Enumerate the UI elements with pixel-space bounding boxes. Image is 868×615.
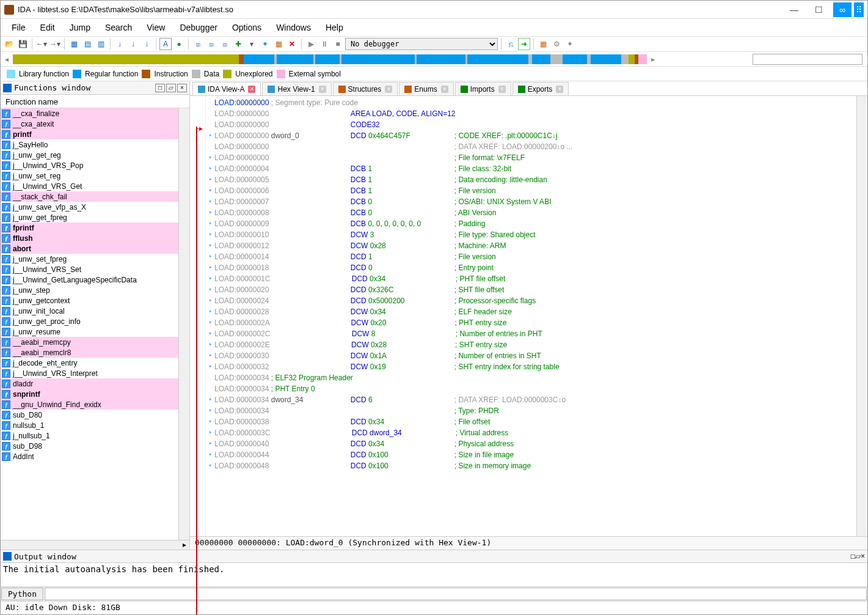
scrollbar[interactable] [856, 96, 867, 536]
disasm-line[interactable]: LOAD:00000034 ; PHT Entry 0 [206, 383, 856, 394]
breakpoint-dot[interactable]: • [206, 460, 214, 471]
breakpoint-dot[interactable]: • [206, 240, 214, 251]
breakpoint-dot[interactable]: • [206, 438, 214, 449]
disasm-line[interactable]: •LOAD:00000048 DCD 0x100; Size in memory… [206, 460, 856, 471]
tool-icon[interactable]: ⎄ [219, 38, 231, 50]
function-row[interactable]: fsub_D98 [1, 441, 178, 451]
function-row[interactable]: f__gnu_Unwind_Find_exidx [1, 399, 178, 410]
tool-icon[interactable]: ➜ [518, 38, 530, 50]
tool-icon[interactable]: ▥ [95, 38, 107, 50]
panel-max-button[interactable]: ▱ [855, 552, 861, 561]
menu-help[interactable]: Help [318, 20, 351, 35]
python-input[interactable] [45, 587, 867, 600]
disasm-line[interactable]: •LOAD:00000028 DCW 0x34; ELF header size [206, 306, 856, 317]
tool-icon[interactable]: ↓ [114, 38, 126, 50]
disasm-line[interactable]: LOAD:00000000 ; DATA XREF: LOAD:00000200… [206, 141, 856, 152]
function-row[interactable]: f__cxa_finalize [1, 108, 178, 119]
breakpoint-dot[interactable]: • [206, 427, 214, 438]
function-row[interactable]: fj__Unwind_GetLanguageSpecificData [1, 274, 178, 285]
panel-max-button[interactable]: ▱ [166, 84, 176, 92]
tool-icon[interactable]: ⚙ [550, 38, 563, 50]
breakpoint-dot[interactable] [206, 108, 214, 119]
disasm-line[interactable]: LOAD:00000000 CODE32 [206, 119, 856, 130]
tool-icon[interactable]: ↓ [140, 38, 153, 50]
disasm-line[interactable]: •LOAD:0000003C DCD dword_34; Virtual add… [206, 427, 856, 438]
breakpoint-dot[interactable]: • [206, 295, 214, 306]
disasm-line[interactable]: •LOAD:00000010 DCW 3; File type: Shared … [206, 229, 856, 240]
function-row[interactable]: fsnprintf [1, 389, 178, 399]
close-icon[interactable]: × [498, 86, 506, 93]
function-row[interactable]: fj_unw_set_fpreg [1, 254, 178, 264]
menu-edit[interactable]: Edit [33, 20, 62, 35]
menu-debugger[interactable]: Debugger [172, 20, 225, 35]
breakpoint-dot[interactable]: • [206, 339, 214, 350]
function-row[interactable]: fj__Unwind_VRS_Interpret [1, 368, 178, 378]
breakpoint-dot[interactable]: • [206, 284, 214, 295]
tab[interactable]: Imports× [455, 82, 511, 95]
function-row[interactable]: fj_unw_set_reg [1, 171, 178, 181]
tool-icon[interactable]: ⎄ [192, 38, 204, 50]
fwd-icon[interactable]: →▾ [49, 38, 61, 50]
disasm-line[interactable]: •LOAD:00000008 DCB 0; ABI Version [206, 207, 856, 218]
close-icon[interactable]: × [556, 86, 563, 93]
close-icon[interactable]: × [441, 86, 448, 93]
function-row[interactable]: f__cxa_atexit [1, 119, 178, 129]
menu-windows[interactable]: Windows [269, 20, 318, 35]
function-row[interactable]: f__stack_chk_fail [1, 191, 178, 202]
disasm-line[interactable]: •LOAD:00000018 DCD 0; Entry point [206, 262, 856, 273]
cloud-button[interactable]: ∞ [833, 2, 852, 17]
function-row[interactable]: fsub_D80 [1, 410, 178, 420]
breakpoint-dot[interactable]: • [206, 196, 214, 207]
minimize-button[interactable]: — [782, 2, 806, 17]
save-icon[interactable]: 💾 [16, 38, 29, 50]
breakpoint-dot[interactable]: • [206, 416, 214, 427]
disasm-line[interactable]: •LOAD:0000002A DCW 0x20; PHT entry size [206, 317, 856, 328]
function-row[interactable]: fj_unw_step [1, 285, 178, 295]
menu-file[interactable]: File [4, 20, 33, 35]
breakpoint-dot[interactable]: • [206, 328, 214, 339]
function-row[interactable]: fprintf [1, 129, 178, 139]
aux-button[interactable]: ⠿ [854, 2, 864, 17]
breakpoint-dot[interactable] [206, 141, 214, 152]
disassembly-view[interactable]: LOAD:00000000 ; Segment type: Pure code … [206, 96, 856, 536]
tab[interactable]: Enums× [399, 82, 453, 95]
tool-icon[interactable]: ⎌ [505, 38, 517, 50]
function-row[interactable]: fj_unw_get_fpreg [1, 212, 178, 223]
star-icon[interactable]: ✦ [259, 38, 271, 50]
function-row[interactable]: fj__Unwind_VRS_Get [1, 181, 178, 191]
disasm-line[interactable]: •LOAD:00000009 DCB 0, 0, 0, 0, 0, 0, 0; … [206, 218, 856, 229]
disasm-line[interactable]: •LOAD:0000002C DCW 8; Number of entries … [206, 328, 856, 339]
disasm-line[interactable]: •LOAD:00000034 dword_34DCD 6; DATA XREF:… [206, 394, 856, 405]
pause-icon[interactable]: ⏸ [318, 38, 330, 50]
function-row[interactable]: fj_nullsub_1 [1, 430, 178, 441]
breakpoint-dot[interactable]: • [206, 449, 214, 460]
debugger-select[interactable]: No debugger [345, 38, 498, 50]
function-row[interactable]: fj__Unwind_VRS_Pop [1, 160, 178, 171]
menu-view[interactable]: View [139, 20, 172, 35]
disasm-line[interactable]: •LOAD:0000001C DCD 0x34; PHT file offset [206, 273, 856, 284]
breakpoint-dot[interactable]: • [206, 174, 214, 185]
disasm-line[interactable]: •LOAD:00000007 DCB 0; OS/ABI: UNIX Syste… [206, 196, 856, 207]
disasm-line[interactable]: •LOAD:00000024 DCD 0x5000200; Processor-… [206, 295, 856, 306]
function-row[interactable]: fabort [1, 243, 178, 254]
function-row[interactable]: fj_unw_get_reg [1, 150, 178, 160]
disasm-line[interactable]: •LOAD:00000032 DCW 0x19; SHT entry index… [206, 361, 856, 372]
panel-restore-button[interactable]: □ [155, 84, 165, 92]
disasm-line[interactable]: •LOAD:00000044 DCD 0x100; Size in file i… [206, 449, 856, 460]
nav-dropdown[interactable] [753, 54, 863, 65]
tab[interactable]: Hex View-1× [262, 82, 331, 95]
tab[interactable]: IDA View-A× [192, 82, 261, 95]
plus-icon[interactable]: ✚ [232, 38, 244, 50]
disasm-line[interactable]: •LOAD:00000014 DCD 1; File version [206, 251, 856, 262]
breakpoint-dot[interactable]: • [206, 361, 214, 372]
tool-icon[interactable]: ↓ [127, 38, 139, 50]
function-row[interactable]: fj_unw_get_proc_info [1, 316, 178, 326]
breakpoint-dot[interactable] [206, 97, 214, 108]
disasm-line[interactable]: •LOAD:00000006 DCB 1; File version [206, 185, 856, 196]
function-row[interactable]: fj_decode_eht_entry [1, 358, 178, 368]
nav-right-icon[interactable]: ▸ [647, 55, 659, 64]
breakpoint-dot[interactable] [206, 119, 214, 130]
breakpoint-dot[interactable]: • [206, 130, 214, 141]
menu-options[interactable]: Options [225, 20, 269, 35]
disasm-line[interactable]: •LOAD:00000030 DCW 0x1A; Number of entri… [206, 350, 856, 361]
